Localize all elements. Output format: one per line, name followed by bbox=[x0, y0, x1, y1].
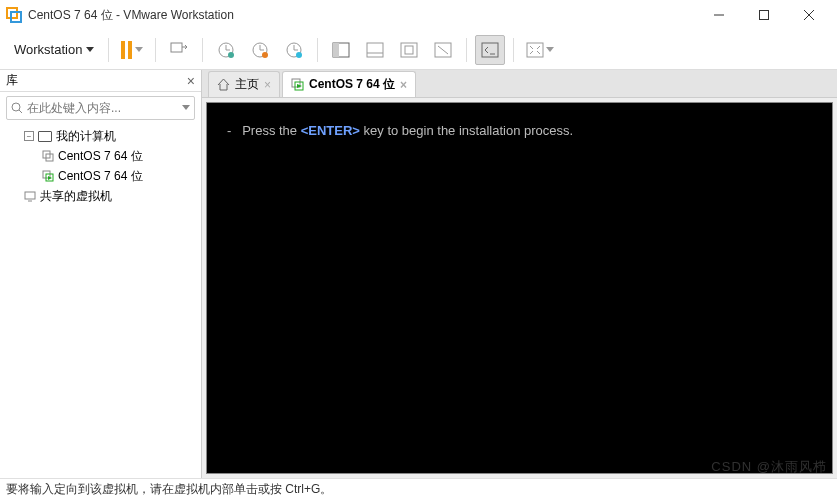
tab-bar: 主页 × CentOS 7 64 位 × bbox=[202, 70, 837, 98]
window-title: CentOS 7 64 位 - VMware Workstation bbox=[28, 7, 234, 24]
svg-marker-35 bbox=[182, 105, 190, 110]
shared-icon bbox=[24, 190, 36, 202]
tree-shared-vms[interactable]: 共享的虚拟机 bbox=[4, 186, 197, 206]
svg-line-28 bbox=[438, 46, 448, 54]
tab-label: CentOS 7 64 位 bbox=[309, 76, 395, 93]
svg-rect-22 bbox=[333, 43, 339, 57]
sidebar-header: 库 × bbox=[0, 70, 201, 92]
revert-button[interactable] bbox=[245, 35, 275, 65]
chevron-down-icon bbox=[86, 47, 94, 53]
svg-point-20 bbox=[296, 52, 302, 58]
tab-label: 主页 bbox=[235, 76, 259, 93]
vm-icon bbox=[42, 150, 54, 162]
vm-console[interactable]: - Press the <ENTER> key to begin the ins… bbox=[206, 102, 833, 474]
view-multi-button[interactable] bbox=[428, 35, 458, 65]
tree-vm-item[interactable]: CentOS 7 64 位 bbox=[4, 146, 197, 166]
svg-point-33 bbox=[12, 103, 20, 111]
svg-point-12 bbox=[228, 52, 234, 58]
tree-vm-item[interactable]: CentOS 7 64 位 bbox=[4, 166, 197, 186]
vm-running-icon bbox=[42, 170, 54, 182]
svg-marker-7 bbox=[135, 47, 143, 52]
chevron-down-icon bbox=[182, 105, 190, 111]
sidebar-title: 库 bbox=[6, 72, 18, 89]
pause-button[interactable] bbox=[117, 35, 147, 65]
home-icon bbox=[217, 78, 230, 91]
app-icon bbox=[6, 7, 22, 23]
workstation-menu[interactable]: Workstation bbox=[8, 35, 100, 65]
svg-rect-31 bbox=[527, 43, 543, 57]
unity-button[interactable] bbox=[475, 35, 505, 65]
status-bar: 要将输入定向到该虚拟机，请在虚拟机内部单击或按 Ctrl+G。 bbox=[0, 478, 837, 500]
collapse-icon[interactable]: − bbox=[24, 131, 34, 141]
computer-icon bbox=[38, 131, 52, 142]
minimize-button[interactable] bbox=[696, 0, 741, 30]
tab-close-button[interactable]: × bbox=[264, 78, 271, 92]
svg-rect-25 bbox=[401, 43, 417, 57]
svg-rect-26 bbox=[405, 46, 413, 54]
search-icon bbox=[11, 102, 23, 114]
svg-rect-29 bbox=[482, 43, 498, 57]
tree-label: 共享的虚拟机 bbox=[40, 188, 112, 205]
svg-rect-41 bbox=[25, 192, 35, 199]
maximize-button[interactable] bbox=[741, 0, 786, 30]
view-thumb-button[interactable] bbox=[360, 35, 390, 65]
chevron-down-icon bbox=[135, 47, 143, 53]
tree-root-my-computer[interactable]: − 我的计算机 bbox=[4, 126, 197, 146]
tree-label: CentOS 7 64 位 bbox=[58, 148, 143, 165]
view-single-button[interactable] bbox=[326, 35, 356, 65]
tree-label: CentOS 7 64 位 bbox=[58, 168, 143, 185]
manage-snapshots-button[interactable] bbox=[279, 35, 309, 65]
svg-rect-3 bbox=[759, 11, 768, 20]
view-console-button[interactable] bbox=[394, 35, 424, 65]
console-enter-key: <ENTER> bbox=[301, 123, 360, 138]
chevron-down-icon bbox=[546, 47, 554, 53]
snapshot-button[interactable] bbox=[211, 35, 241, 65]
sidebar-close-button[interactable]: × bbox=[187, 73, 195, 89]
tab-close-button[interactable]: × bbox=[400, 78, 407, 92]
svg-rect-23 bbox=[367, 43, 383, 57]
tree-label: 我的计算机 bbox=[56, 128, 116, 145]
vm-running-icon bbox=[291, 78, 304, 91]
tab-home[interactable]: 主页 × bbox=[208, 71, 280, 97]
titlebar: CentOS 7 64 位 - VMware Workstation bbox=[0, 0, 837, 30]
tab-vm[interactable]: CentOS 7 64 位 × bbox=[282, 71, 416, 97]
svg-marker-6 bbox=[86, 47, 94, 52]
main-area: 主页 × CentOS 7 64 位 × - Press the <ENTER>… bbox=[202, 70, 837, 478]
svg-rect-8 bbox=[171, 43, 182, 52]
workstation-menu-label: Workstation bbox=[14, 42, 82, 57]
svg-point-16 bbox=[262, 52, 268, 58]
console-text: key to begin the installation process. bbox=[360, 123, 573, 138]
search-field[interactable] bbox=[27, 101, 178, 115]
vm-tree: − 我的计算机 CentOS 7 64 位 CentOS 7 64 位 共享的虚… bbox=[0, 124, 201, 208]
sidebar: 库 × − 我的计算机 CentOS 7 64 位 CentOS 7 64 位 bbox=[0, 70, 202, 478]
send-button[interactable] bbox=[164, 35, 194, 65]
fullscreen-button[interactable] bbox=[522, 35, 558, 65]
toolbar: Workstation bbox=[0, 30, 837, 70]
svg-marker-32 bbox=[546, 47, 554, 52]
search-input[interactable] bbox=[6, 96, 195, 120]
close-button[interactable] bbox=[786, 0, 831, 30]
svg-line-34 bbox=[19, 110, 22, 113]
console-text: - Press the bbox=[227, 123, 301, 138]
status-text: 要将输入定向到该虚拟机，请在虚拟机内部单击或按 Ctrl+G。 bbox=[6, 481, 332, 498]
